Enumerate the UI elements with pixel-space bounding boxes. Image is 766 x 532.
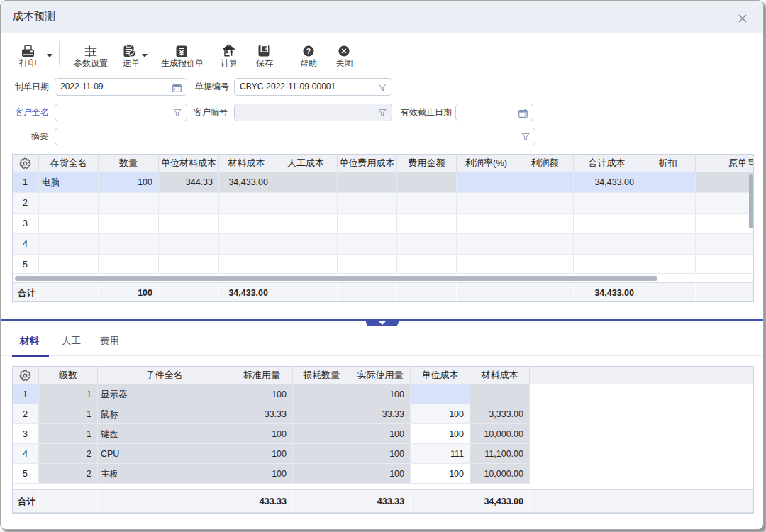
svg-text:?: ? — [306, 47, 311, 55]
